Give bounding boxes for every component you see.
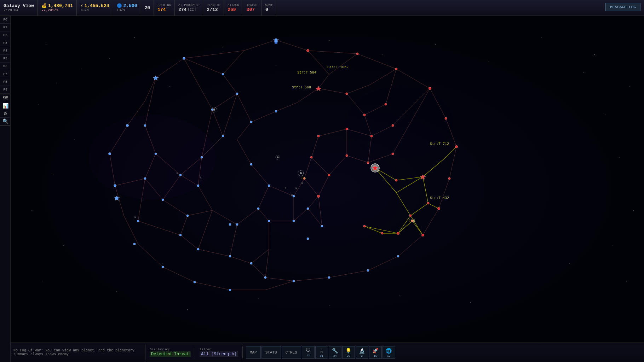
svg-point-179	[250, 121, 252, 123]
power-icon: 💡	[345, 348, 351, 354]
svg-point-178	[222, 135, 224, 137]
attack-section: Attack 269	[224, 0, 243, 16]
svg-point-203	[307, 208, 309, 210]
svg-point-202	[293, 220, 295, 222]
svg-point-20	[605, 115, 605, 115]
svg-text:N: N	[291, 194, 293, 197]
icon-btn-6[interactable]: 🚀 15	[369, 346, 382, 359]
credits-value: 1,480,741	[48, 3, 73, 8]
str-label-432: Str:T 432	[430, 196, 449, 200]
svg-point-27	[258, 298, 258, 299]
sidebar-p0[interactable]: P0	[0, 16, 11, 24]
svg-point-236	[395, 179, 397, 181]
icon-btn-2[interactable]: ⚔ 81	[315, 346, 328, 359]
svg-point-231	[328, 174, 330, 176]
sidebar-p7[interactable]: P7	[0, 70, 11, 78]
svg-point-183	[268, 185, 270, 187]
sidebar-p2[interactable]: P2	[0, 31, 11, 39]
svg-point-220	[422, 234, 424, 237]
galaxy-view-label: Galaxy View	[4, 3, 34, 8]
str-label-584: Str:T 584	[297, 71, 316, 75]
svg-point-2	[81, 69, 81, 69]
icon-btn-1[interactable]: 🛡 12	[302, 346, 315, 359]
ship-icon: 🚀	[372, 348, 378, 354]
sidebar-p3[interactable]: P3	[0, 39, 11, 47]
svg-point-204	[328, 276, 330, 279]
sidebar-p4[interactable]: P4	[0, 47, 11, 55]
svg-text:N: N	[295, 187, 297, 190]
sidebar-search-icon[interactable]: 🔍	[0, 118, 11, 125]
icon-btn-3[interactable]: 🔧 24	[329, 346, 341, 359]
galaxy-map[interactable]: 84 N 185 N N N N N N Str:T 1052 Str:T 58…	[11, 16, 644, 362]
sidebar-p6[interactable]: P6	[0, 63, 11, 70]
svg-point-10	[488, 62, 488, 62]
fleet-marker-center	[277, 157, 279, 158]
svg-point-189	[229, 255, 231, 257]
galaxy-view-section: Galaxy View 2:29:04	[0, 0, 38, 16]
svg-point-181	[275, 110, 277, 112]
fleet-marker-2-center	[213, 109, 215, 111]
svg-point-4	[169, 86, 170, 87]
energy-icon: ⚡	[80, 3, 83, 8]
svg-point-21	[619, 157, 619, 157]
sidebar-p5[interactable]: P5	[0, 55, 11, 63]
svg-point-196	[194, 281, 196, 283]
power-count: 20	[347, 354, 350, 357]
science-section: 20	[141, 0, 154, 16]
sidebar-gear-icon[interactable]: ⚙	[0, 110, 11, 118]
credits-section: 💰 1,480,741 -7,291/s	[38, 0, 77, 16]
svg-point-12	[594, 54, 595, 55]
svg-point-214	[395, 68, 397, 70]
icon-btn-7[interactable]: 🌐 12	[383, 346, 395, 359]
svg-point-235	[317, 195, 320, 198]
science-count: 2	[361, 354, 363, 357]
wave-section: Wave 0	[262, 0, 277, 16]
icon-btn-4[interactable]: 💡 20	[342, 346, 355, 359]
svg-point-167	[236, 93, 238, 95]
svg-point-228	[367, 162, 369, 164]
svg-point-3	[134, 37, 135, 37]
svg-point-190	[229, 223, 231, 226]
svg-point-226	[392, 124, 394, 127]
svg-point-180	[201, 156, 203, 158]
icon-btn-5[interactable]: 🔬 2	[356, 346, 368, 359]
svg-point-31	[57, 83, 57, 83]
svg-point-11	[541, 37, 542, 37]
str-label-712: Str:T 712	[430, 142, 449, 146]
svg-point-219	[438, 208, 440, 210]
svg-point-243	[363, 225, 366, 227]
svg-point-14	[39, 104, 39, 105]
displaying-value[interactable]: Detected Threat	[150, 351, 191, 357]
sidebar-p9[interactable]: P9	[0, 86, 11, 94]
message-log-button[interactable]: MESSAGE LOG	[605, 3, 640, 11]
globe-icon: 🌐	[386, 348, 392, 354]
map-button[interactable]: MAP	[246, 346, 261, 359]
game-time: 2:29:04	[4, 8, 34, 12]
sidebar-stats-icon[interactable]: 📊	[0, 102, 11, 110]
svg-point-23	[612, 245, 612, 246]
svg-point-175	[144, 177, 146, 180]
svg-point-198	[264, 276, 266, 279]
svg-point-32	[109, 58, 110, 58]
defense-count: 12	[306, 354, 310, 357]
metal-icon: 🔵	[117, 3, 122, 8]
stats-button[interactable]: STATS	[261, 346, 281, 359]
sidebar-p1[interactable]: P1	[0, 24, 11, 31]
sidebar-p8[interactable]: P8	[0, 78, 11, 86]
main-base-planet	[371, 164, 379, 172]
svg-point-34	[569, 263, 570, 263]
ctrls-button[interactable]: CTRLS	[282, 346, 301, 359]
svg-point-13	[629, 86, 630, 87]
sidebar-map-icon[interactable]: 🗺	[0, 94, 11, 102]
globe-count: 12	[387, 354, 391, 357]
planets-value: 2/12	[207, 7, 220, 12]
hacking-value: 174	[157, 7, 171, 12]
filter-label: Filter:	[200, 348, 238, 351]
svg-point-224	[370, 135, 373, 137]
svg-point-218	[448, 177, 450, 180]
ai-value: 274	[178, 7, 186, 12]
threat-label: Threat	[247, 4, 258, 7]
filter-value[interactable]: All [Strength]	[200, 351, 238, 357]
svg-point-242	[381, 232, 383, 234]
svg-point-24	[626, 281, 627, 281]
